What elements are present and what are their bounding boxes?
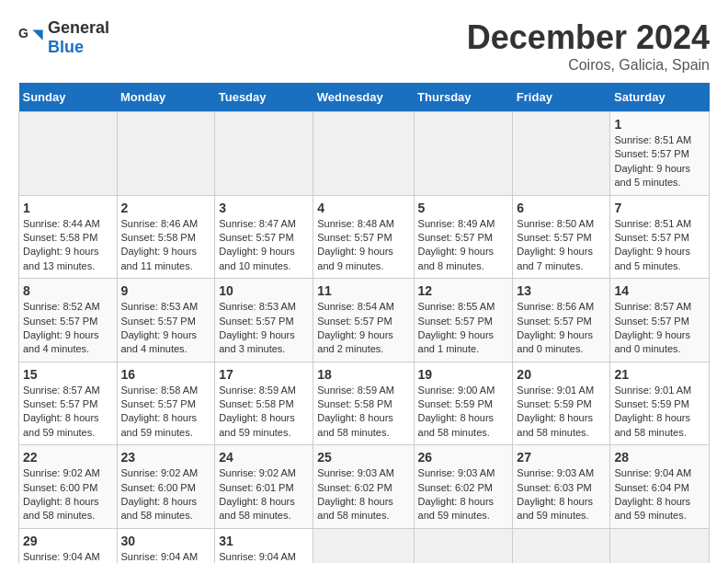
sunset-text: Sunset: 5:57 PM bbox=[418, 232, 493, 243]
daylight-text: Daylight: 8 hours and 58 minutes. bbox=[317, 496, 393, 521]
daylight-text: Daylight: 9 hours and 8 minutes. bbox=[418, 246, 495, 270]
calendar-day-cell: 12Sunrise: 8:55 AMSunset: 5:57 PMDayligh… bbox=[414, 279, 513, 362]
sunset-text: Sunset: 5:57 PM bbox=[317, 316, 392, 327]
daylight-text: Daylight: 9 hours and 0 minutes. bbox=[517, 329, 593, 354]
calendar-day-cell bbox=[215, 112, 313, 196]
sunset-text: Sunset: 5:57 PM bbox=[517, 232, 591, 243]
calendar-day-cell: 20Sunrise: 9:01 AMSunset: 5:59 PMDayligh… bbox=[513, 362, 610, 445]
sunset-text: Sunset: 6:03 PM bbox=[517, 482, 591, 493]
day-number: 27 bbox=[517, 450, 606, 465]
daylight-text: Daylight: 8 hours and 59 minutes. bbox=[418, 496, 495, 521]
calendar-day-cell: 2Sunrise: 8:46 AMSunset: 5:58 PMDaylight… bbox=[117, 195, 215, 279]
calendar-day-cell: 30Sunrise: 9:04 AMSunset: 6:05 PMDayligh… bbox=[117, 528, 215, 563]
day-info: Sunrise: 9:04 AMSunset: 6:05 PMDaylight:… bbox=[121, 550, 211, 563]
day-number: 28 bbox=[614, 450, 705, 465]
calendar-day-cell: 27Sunrise: 9:03 AMSunset: 6:03 PMDayligh… bbox=[513, 445, 610, 529]
sunset-text: Sunset: 5:57 PM bbox=[121, 398, 196, 409]
sunset-text: Sunset: 6:01 PM bbox=[219, 482, 293, 493]
sunset-text: Sunset: 5:57 PM bbox=[23, 316, 97, 327]
sunrise-text: Sunrise: 9:01 AM bbox=[614, 385, 691, 396]
calendar-day-cell: 10Sunrise: 8:53 AMSunset: 5:57 PMDayligh… bbox=[215, 279, 313, 362]
logo-icon: G bbox=[18, 25, 44, 51]
sunset-text: Sunset: 5:58 PM bbox=[121, 232, 196, 243]
sunrise-text: Sunrise: 8:53 AM bbox=[219, 301, 296, 312]
daylight-text: Daylight: 9 hours and 2 minutes. bbox=[317, 329, 393, 354]
sunset-text: Sunset: 6:02 PM bbox=[317, 482, 392, 493]
sunrise-text: Sunrise: 8:50 AM bbox=[517, 218, 594, 229]
calendar-day-cell bbox=[19, 112, 118, 196]
sunset-text: Sunset: 5:59 PM bbox=[517, 398, 591, 409]
calendar-day-cell: 22Sunrise: 9:02 AMSunset: 6:00 PMDayligh… bbox=[19, 445, 118, 529]
sunset-text: Sunset: 5:57 PM bbox=[614, 232, 688, 243]
svg-marker-1 bbox=[32, 30, 42, 40]
sunset-text: Sunset: 5:57 PM bbox=[614, 148, 688, 159]
day-info: Sunrise: 8:49 AMSunset: 5:57 PMDaylight:… bbox=[418, 217, 509, 274]
sunrise-text: Sunrise: 9:03 AM bbox=[517, 467, 594, 478]
sunrise-text: Sunrise: 9:03 AM bbox=[317, 467, 394, 478]
daylight-text: Daylight: 8 hours and 58 minutes. bbox=[23, 496, 99, 521]
calendar-day-cell: 23Sunrise: 9:02 AMSunset: 6:00 PMDayligh… bbox=[117, 445, 215, 529]
calendar-day-cell: 28Sunrise: 9:04 AMSunset: 6:04 PMDayligh… bbox=[610, 445, 710, 529]
daylight-text: Daylight: 9 hours and 0 minutes. bbox=[614, 329, 690, 354]
calendar-day-cell: 1Sunrise: 8:51 AMSunset: 5:57 PMDaylight… bbox=[610, 112, 710, 196]
sunset-text: Sunset: 6:02 PM bbox=[418, 482, 493, 493]
day-info: Sunrise: 8:56 AMSunset: 5:57 PMDaylight:… bbox=[517, 300, 606, 357]
day-info: Sunrise: 9:01 AMSunset: 5:59 PMDaylight:… bbox=[614, 384, 705, 441]
calendar-day-cell: 18Sunrise: 8:59 AMSunset: 5:58 PMDayligh… bbox=[313, 362, 414, 445]
calendar-day-cell: 31Sunrise: 9:04 AMSunset: 6:06 PMDayligh… bbox=[215, 528, 313, 563]
calendar-day-cell: 9Sunrise: 8:53 AMSunset: 5:57 PMDaylight… bbox=[117, 279, 215, 362]
sunrise-text: Sunrise: 9:02 AM bbox=[23, 467, 100, 478]
sunset-text: Sunset: 5:59 PM bbox=[614, 398, 688, 409]
sunrise-text: Sunrise: 8:52 AM bbox=[23, 301, 100, 312]
sunset-text: Sunset: 5:57 PM bbox=[23, 398, 97, 409]
sunrise-text: Sunrise: 9:04 AM bbox=[219, 551, 296, 562]
day-number: 23 bbox=[121, 450, 211, 465]
logo-general-text: General bbox=[48, 18, 109, 37]
sunrise-text: Sunrise: 8:44 AM bbox=[23, 218, 100, 229]
calendar-week-row: 15Sunrise: 8:57 AMSunset: 5:57 PMDayligh… bbox=[19, 362, 710, 445]
day-info: Sunrise: 9:01 AMSunset: 5:59 PMDaylight:… bbox=[517, 384, 606, 441]
daylight-text: Daylight: 8 hours and 58 minutes. bbox=[317, 412, 393, 437]
sunset-text: Sunset: 6:04 PM bbox=[614, 482, 688, 493]
sunrise-text: Sunrise: 9:00 AM bbox=[418, 385, 495, 396]
calendar-day-cell: 15Sunrise: 8:57 AMSunset: 5:57 PMDayligh… bbox=[19, 362, 118, 445]
calendar-day-cell: 16Sunrise: 8:58 AMSunset: 5:57 PMDayligh… bbox=[117, 362, 215, 445]
location: Coiros, Galicia, Spain bbox=[467, 57, 710, 74]
sunrise-text: Sunrise: 8:59 AM bbox=[219, 385, 296, 396]
calendar-body: 1Sunrise: 8:51 AMSunset: 5:57 PMDaylight… bbox=[19, 112, 710, 564]
sunrise-text: Sunrise: 8:56 AM bbox=[517, 301, 594, 312]
daylight-text: Daylight: 9 hours and 9 minutes. bbox=[317, 246, 393, 270]
calendar-day-cell: 25Sunrise: 9:03 AMSunset: 6:02 PMDayligh… bbox=[313, 445, 414, 529]
daylight-text: Daylight: 9 hours and 5 minutes. bbox=[614, 246, 690, 270]
day-of-week-header: Monday bbox=[117, 83, 215, 112]
daylight-text: Daylight: 8 hours and 58 minutes. bbox=[121, 496, 198, 521]
sunrise-text: Sunrise: 8:59 AM bbox=[317, 385, 394, 396]
sunrise-text: Sunrise: 9:04 AM bbox=[121, 551, 199, 562]
calendar-week-row: 22Sunrise: 9:02 AMSunset: 6:00 PMDayligh… bbox=[19, 445, 710, 529]
day-info: Sunrise: 8:59 AMSunset: 5:58 PMDaylight:… bbox=[317, 384, 409, 441]
sunset-text: Sunset: 5:58 PM bbox=[23, 232, 97, 243]
sunset-text: Sunset: 5:57 PM bbox=[517, 316, 591, 327]
sunrise-text: Sunrise: 9:04 AM bbox=[614, 467, 691, 478]
daylight-text: Daylight: 8 hours and 59 minutes. bbox=[23, 412, 99, 437]
calendar-day-cell: 17Sunrise: 8:59 AMSunset: 5:58 PMDayligh… bbox=[215, 362, 313, 445]
sunset-text: Sunset: 5:57 PM bbox=[317, 232, 392, 243]
day-of-week-header: Friday bbox=[513, 83, 610, 112]
day-number: 14 bbox=[614, 283, 705, 298]
sunrise-text: Sunrise: 9:03 AM bbox=[418, 467, 495, 478]
sunrise-text: Sunrise: 8:57 AM bbox=[614, 301, 691, 312]
day-number: 9 bbox=[121, 283, 211, 298]
calendar-day-cell: 7Sunrise: 8:51 AMSunset: 5:57 PMDaylight… bbox=[610, 195, 710, 279]
day-info: Sunrise: 9:04 AMSunset: 6:04 PMDaylight:… bbox=[23, 550, 113, 563]
day-of-week-header: Sunday bbox=[19, 83, 118, 112]
daylight-text: Daylight: 9 hours and 4 minutes. bbox=[121, 329, 198, 354]
calendar-day-cell bbox=[313, 528, 414, 563]
daylight-text: Daylight: 8 hours and 59 minutes. bbox=[219, 412, 295, 437]
day-info: Sunrise: 8:58 AMSunset: 5:57 PMDaylight:… bbox=[121, 384, 211, 441]
calendar-day-cell bbox=[117, 112, 215, 196]
sunrise-text: Sunrise: 8:58 AM bbox=[121, 385, 199, 396]
sunrise-text: Sunrise: 9:04 AM bbox=[23, 551, 100, 562]
daylight-text: Daylight: 9 hours and 3 minutes. bbox=[219, 329, 295, 354]
day-number: 8 bbox=[23, 283, 113, 298]
daylight-text: Daylight: 8 hours and 58 minutes. bbox=[418, 412, 495, 437]
